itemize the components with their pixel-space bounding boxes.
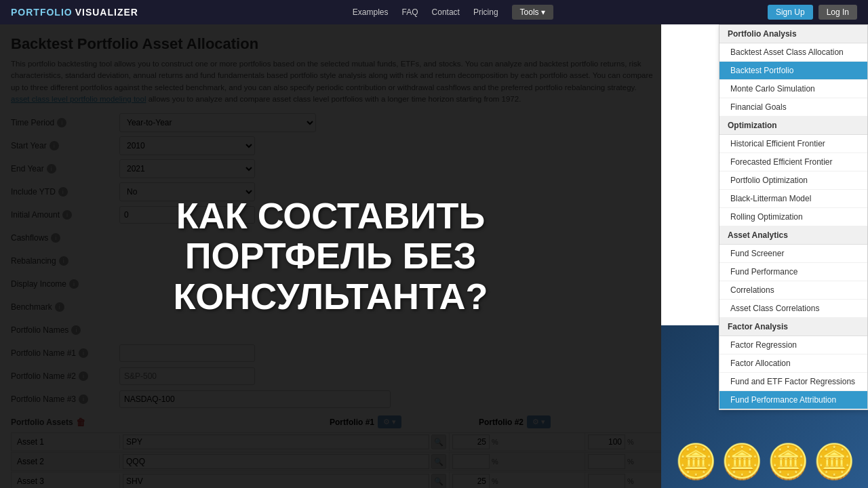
dropdown-item-fund-performance[interactable]: Fund Performance	[719, 263, 867, 281]
navbar: PORTFOLIO VISUALIZER Examples FAQ Contac…	[0, 0, 868, 24]
nav-links: Examples FAQ Contact Pricing Tools ▾	[353, 5, 553, 20]
dropdown-item-factor-regression[interactable]: Factor Regression	[719, 336, 867, 354]
dropdown-section-factor-analysis: Factor Analysis	[719, 318, 867, 336]
dropdown-item-rolling-optimization[interactable]: Rolling Optimization	[719, 208, 867, 226]
dropdown-item-monte-carlo[interactable]: Monte Carlo Simulation	[719, 80, 867, 98]
tools-button[interactable]: Tools ▾	[512, 5, 553, 20]
login-button[interactable]: Log In	[818, 5, 857, 20]
dropdown-item-black-litterman[interactable]: Black-Litterman Model	[719, 190, 867, 208]
dropdown-item-factor-allocation[interactable]: Factor Allocation	[719, 354, 867, 373]
dropdown-item-correlations[interactable]: Correlations	[719, 281, 867, 300]
brand-visualizer: VISUALIZER	[75, 7, 138, 18]
dropdown-section-portfolio-analysis: Portfolio Analysis	[719, 25, 867, 43]
nav-examples[interactable]: Examples	[353, 7, 389, 17]
dropdown-item-backtest-asset-class[interactable]: Backtest Asset Class Allocation	[719, 43, 867, 62]
coin-1: 🪙	[675, 442, 717, 481]
dropdown-section-optimization: Optimization	[719, 117, 867, 135]
dropdown-item-fund-screener[interactable]: Fund Screener	[719, 245, 867, 263]
dropdown-item-backtest-portfolio[interactable]: Backtest Portfolio	[719, 62, 867, 80]
dropdown-item-fund-etf-regressions[interactable]: Fund and ETF Factor Regressions	[719, 373, 867, 391]
dropdown-item-asset-class-correlations[interactable]: Asset Class Correlations	[719, 300, 867, 318]
overlay: КАК СОСТАВИТЬ ПОРТФЕЛЬ БЕЗ КОНСУЛЬТАНТА?	[0, 24, 661, 488]
dropdown-item-historical-frontier[interactable]: Historical Efficient Frontier	[719, 135, 867, 153]
dropdown-item-performance-attribution[interactable]: Fund Performance Attribution	[719, 391, 867, 409]
navbar-right: Sign Up Log In	[768, 5, 857, 20]
brand-portfolio: PORTFOLIO	[11, 7, 73, 18]
overlay-text: КАК СОСТАВИТЬ ПОРТФЕЛЬ БЕЗ КОНСУЛЬТАНТА?	[159, 182, 501, 330]
brand: PORTFOLIO VISUALIZER	[11, 7, 138, 18]
dropdown-section-asset-analytics: Asset Analytics	[719, 226, 867, 245]
coin-3: 🪙	[767, 442, 809, 481]
dropdown-item-forecasted-frontier[interactable]: Forecasted Efficient Frontier	[719, 153, 867, 171]
coin-2: 🪙	[721, 442, 763, 481]
nav-faq[interactable]: FAQ	[402, 7, 418, 17]
dropdown-item-financial-goals[interactable]: Financial Goals	[719, 98, 867, 117]
nav-pricing[interactable]: Pricing	[473, 7, 498, 17]
signup-button[interactable]: Sign Up	[768, 5, 813, 20]
nav-contact[interactable]: Contact	[432, 7, 460, 17]
dropdown-menu: Portfolio Analysis Backtest Asset Class …	[719, 24, 868, 410]
dropdown-item-portfolio-optimization[interactable]: Portfolio Optimization	[719, 171, 867, 190]
coin-4: 🪙	[813, 442, 855, 481]
